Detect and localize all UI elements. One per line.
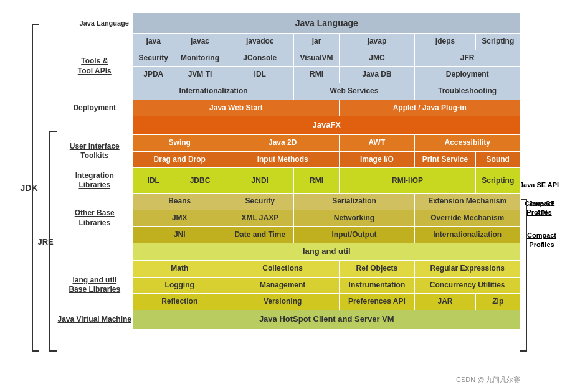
other-base-label: Other BaseLibraries bbox=[57, 194, 133, 243]
cell-java: java bbox=[133, 34, 174, 50]
cell-management: Management bbox=[226, 277, 340, 294]
cell-preferences-api: Preferences API bbox=[339, 294, 414, 310]
deployment-row: Deployment Java Web Start Applet / Java … bbox=[57, 100, 521, 116]
cell-security-base: Security bbox=[226, 194, 294, 210]
cell-jmx: JMX bbox=[133, 210, 226, 227]
jdk-label: JDK bbox=[21, 183, 38, 193]
cell-jdeps: jdeps bbox=[414, 34, 475, 50]
cell-rmi-integ: RMI bbox=[294, 168, 340, 194]
cell-jfr: JFR bbox=[414, 50, 520, 67]
row-label-java-language: Java Language bbox=[57, 13, 133, 34]
cell-math: Math bbox=[133, 261, 226, 278]
cell-jdbc: JDBC bbox=[174, 168, 226, 194]
cell-versioning: Versioning bbox=[226, 294, 340, 310]
cell-extension-mech: Extension Mechanism bbox=[414, 194, 520, 210]
lang-util-bar-label bbox=[57, 243, 133, 261]
cell-applet-plugin: Applet / Java Plug-in bbox=[339, 100, 520, 116]
cell-zip: Zip bbox=[476, 294, 520, 310]
cell-reflection: Reflection bbox=[133, 294, 226, 310]
cell-rmi-iiop: RMI-IIOP bbox=[339, 168, 475, 194]
jre-label: JRE bbox=[38, 236, 54, 246]
jvm-label: Java Virtual Machine bbox=[57, 310, 133, 329]
cell-ref-objects: Ref Objects bbox=[339, 261, 414, 278]
javafx-label bbox=[57, 116, 133, 135]
cell-jar: jar bbox=[294, 34, 340, 50]
java-language-header: Java Language bbox=[133, 13, 521, 34]
cell-troubleshooting: Troubleshooting bbox=[414, 83, 520, 100]
cell-sound: Sound bbox=[476, 151, 520, 168]
cell-monitoring: Monitoring bbox=[174, 50, 226, 67]
cell-security-tools: Security bbox=[133, 50, 174, 67]
langutil-row-1: lang and utilBase Libraries Math Collect… bbox=[57, 261, 521, 278]
cell-jvmti: JVM TI bbox=[174, 67, 226, 83]
cell-image-io: Image I/O bbox=[339, 151, 414, 168]
cell-jpda: JPDA bbox=[133, 67, 174, 83]
java-se-api-label: Java SE API bbox=[518, 180, 561, 189]
cell-scripting-integ: Scripting bbox=[476, 168, 520, 194]
cell-web-services: Web Services bbox=[294, 83, 415, 100]
cell-serialization: Serialization bbox=[294, 194, 415, 210]
ui-row-1: User InterfaceToolkits Swing Java 2D AWT… bbox=[57, 135, 521, 152]
lang-util-label: lang and utilBase Libraries bbox=[57, 261, 133, 310]
cell-lang-util-bar: lang and util bbox=[133, 243, 521, 261]
cell-concurrency: Concurrency Utilities bbox=[414, 277, 520, 294]
jvm-row: Java Virtual Machine Java HotSpot Client… bbox=[57, 310, 521, 329]
integration-label: IntegrationLibraries bbox=[57, 168, 133, 194]
lang-util-bar-row: lang and util bbox=[57, 243, 521, 261]
cell-jndi: JNDI bbox=[226, 168, 294, 194]
cell-deployment-tools: Deployment bbox=[414, 67, 520, 83]
tools-label: Tools &Tool APIs bbox=[57, 34, 133, 100]
cell-internationalization-tools: Internationalization bbox=[133, 83, 294, 100]
cell-idl-integ: IDL bbox=[133, 168, 174, 194]
watermark: CSDN @ 九间凡尔赛 bbox=[456, 375, 520, 385]
cell-swing: Swing bbox=[133, 135, 226, 152]
cell-jar: JAR bbox=[414, 294, 475, 310]
cell-jmc: JMC bbox=[339, 50, 414, 67]
cell-visualvm: VisualVM bbox=[294, 50, 340, 67]
outer-wrapper: JDK JRE Compact Profiles Java SE API bbox=[0, 0, 580, 392]
cell-input-output: Input/Output bbox=[294, 226, 415, 243]
cell-javafx: JavaFX bbox=[133, 116, 521, 135]
tools-row-1: Tools &Tool APIs java javac javadoc jar … bbox=[57, 34, 521, 50]
cell-input-methods: Input Methods bbox=[226, 151, 340, 168]
cell-java2d: Java 2D bbox=[226, 135, 340, 152]
javafx-row: JavaFX bbox=[57, 116, 521, 135]
cell-rmi-tools: RMI bbox=[294, 67, 340, 83]
cell-drag-drop: Drag and Drop bbox=[133, 151, 226, 168]
cell-java-db: Java DB bbox=[339, 67, 414, 83]
cell-javac: javac bbox=[174, 34, 226, 50]
cell-date-time: Date and Time bbox=[226, 226, 294, 243]
cell-print-service: Print Service bbox=[414, 151, 475, 168]
cell-java-web-start: Java Web Start bbox=[133, 100, 340, 116]
cell-xml-jaxp: XML JAXP bbox=[226, 210, 294, 227]
cell-javap: javap bbox=[339, 34, 414, 50]
integration-row: IntegrationLibraries IDL JDBC JNDI RMI R… bbox=[57, 168, 521, 194]
cell-beans: Beans bbox=[133, 194, 226, 210]
cell-jconsole: JConsole bbox=[226, 50, 294, 67]
cell-scripting-tools: Scripting bbox=[476, 34, 520, 50]
cell-javadoc: javadoc bbox=[226, 34, 294, 50]
right-labels-block: Java SEAPI CompactProfiles bbox=[523, 199, 561, 250]
cell-collections: Collections bbox=[226, 261, 340, 278]
cell-jni: JNI bbox=[133, 226, 226, 243]
cell-networking: Networking bbox=[294, 210, 415, 227]
cell-internationalization-base: Internationalization bbox=[414, 226, 520, 243]
cell-logging: Logging bbox=[133, 277, 226, 294]
ui-toolkits-label: User InterfaceToolkits bbox=[57, 135, 133, 168]
cell-instrumentation: Instrumentation bbox=[339, 277, 414, 294]
base-row-1: Other BaseLibraries Beans Security Seria… bbox=[57, 194, 521, 210]
cell-idl-tools: IDL bbox=[226, 67, 294, 83]
cell-override-mech: Override Mechanism bbox=[414, 210, 520, 227]
java-language-row: Java Language Java Language bbox=[57, 13, 521, 34]
deployment-label: Deployment bbox=[57, 100, 133, 116]
cell-awt: AWT bbox=[339, 135, 414, 152]
cell-accessibility: Accessibility bbox=[414, 135, 520, 152]
cell-regular-expr: Regular Expressions bbox=[414, 261, 520, 278]
cell-jvm: Java HotSpot Client and Server VM bbox=[133, 310, 521, 329]
architecture-table: Java Language Java Language Tools &Tool … bbox=[57, 12, 521, 329]
